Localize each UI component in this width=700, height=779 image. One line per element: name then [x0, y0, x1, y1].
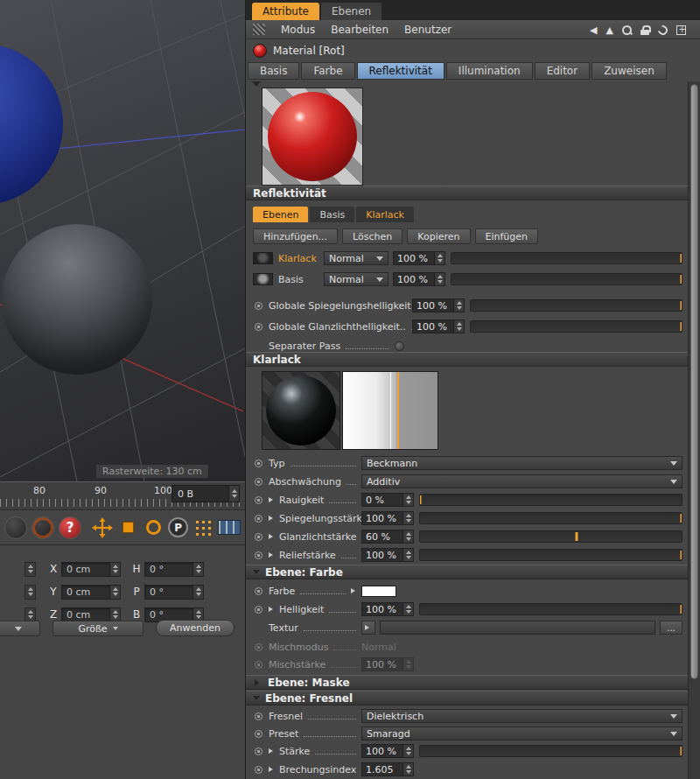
abschwaechung-dropdown[interactable]: Additiv: [361, 474, 682, 488]
blend-mode-dropdown[interactable]: Normal: [324, 251, 388, 265]
stepper-icon[interactable]: [192, 586, 203, 599]
staerke-spinner[interactable]: 100 %: [361, 744, 414, 758]
expand-arrow-icon[interactable]: [269, 607, 276, 612]
layer-strength-spinner[interactable]: 100 %: [393, 272, 445, 286]
tab-attribute[interactable]: Attribute: [252, 3, 319, 20]
points-mode-icon[interactable]: [194, 519, 212, 537]
mode-dropdown[interactable]: [0, 621, 40, 636]
lock-icon[interactable]: [640, 25, 649, 35]
global-specular-spinner[interactable]: 100 %: [412, 298, 465, 312]
stepper-icon[interactable]: [192, 563, 203, 576]
keyframe-circle-icon[interactable]: [255, 460, 262, 467]
stepper-icon[interactable]: [109, 608, 120, 621]
apply-button[interactable]: Anwenden: [156, 620, 234, 636]
expand-arrow-icon[interactable]: [351, 588, 358, 593]
section-header-ebene-maske[interactable]: Ebene: Maske: [246, 675, 700, 690]
layer-name[interactable]: Klarlack: [278, 253, 324, 264]
stepper-icon[interactable]: [24, 607, 36, 622]
y-position-field[interactable]: 0 cm: [61, 585, 121, 600]
add-panel-icon[interactable]: [676, 25, 686, 35]
section-header-ebene-fresnel[interactable]: Ebene: Fresnel: [246, 691, 700, 705]
spiegelungsstaerke-slider[interactable]: [419, 512, 682, 524]
rotate-tool-icon[interactable]: [146, 520, 161, 535]
tab-basis[interactable]: Basis: [248, 62, 299, 80]
frame-stepper[interactable]: [228, 486, 239, 502]
keyframe-circle-icon[interactable]: [255, 730, 262, 738]
glanzlichtstaerke-spinner[interactable]: 60 %: [361, 530, 414, 544]
klarlack-preview[interactable]: [262, 371, 340, 450]
keyframe-circle-icon[interactable]: [255, 712, 262, 720]
global-highlight-spinner[interactable]: 100 %: [412, 319, 465, 333]
glanzlichtstaerke-slider[interactable]: [419, 530, 682, 543]
expand-arrow-icon[interactable]: [269, 748, 276, 754]
reliefstaerke-spinner[interactable]: 100 %: [361, 548, 414, 562]
back-icon[interactable]: ◀: [590, 25, 597, 35]
tab-layer-klarlack[interactable]: Klarlack: [356, 207, 414, 222]
stepper-icon[interactable]: [402, 512, 413, 524]
expand-arrow-icon[interactable]: [269, 552, 276, 558]
viewport-3d[interactable]: Rasterweite: 130 cm: [0, 0, 245, 481]
stepper-icon[interactable]: [109, 563, 120, 576]
z-position-field[interactable]: 0 cm: [61, 607, 121, 622]
parent-tool-icon[interactable]: P: [168, 517, 188, 537]
expand-arrow-icon[interactable]: [269, 497, 276, 502]
keyframe-circle-icon[interactable]: [255, 551, 262, 559]
paste-layer-button[interactable]: Einfügen: [475, 228, 539, 244]
scrollbar-thumb[interactable]: [690, 84, 698, 679]
keyframe-circle-icon[interactable]: [255, 587, 262, 595]
add-layer-button[interactable]: Hinzufügen...: [253, 228, 338, 244]
panel-scrollbar[interactable]: [688, 81, 700, 779]
stepper-icon[interactable]: [402, 549, 413, 561]
spiegelungsstaerke-spinner[interactable]: 100 %: [361, 511, 414, 525]
stepper-icon[interactable]: [453, 320, 464, 333]
keyframe-circle-icon[interactable]: [255, 766, 262, 774]
preview-expander-icon[interactable]: [252, 81, 261, 91]
menu-modus[interactable]: Modus: [281, 24, 315, 36]
keyframe-circle-icon[interactable]: [255, 323, 262, 331]
help-icon[interactable]: ?: [59, 516, 81, 539]
expand-arrow-icon[interactable]: [269, 534, 276, 539]
tab-illumination[interactable]: Illumination: [446, 62, 533, 80]
global-specular-slider[interactable]: [470, 299, 682, 312]
size-dropdown[interactable]: Größe: [52, 621, 144, 636]
material-preview[interactable]: [262, 88, 363, 186]
helligkeit-spinner[interactable]: 100 %: [361, 602, 414, 616]
layer-strength-slider[interactable]: [451, 252, 682, 264]
tab-ebenen[interactable]: Ebenen: [321, 3, 382, 20]
tab-layer-basis[interactable]: Basis: [310, 207, 354, 222]
stepper-icon[interactable]: [402, 530, 413, 543]
keyframe-circle-icon[interactable]: [255, 606, 262, 614]
tab-reflektivitaet[interactable]: Reflektivität: [357, 62, 444, 80]
cursor-icon[interactable]: ▲: [606, 25, 613, 35]
blend-mode-dropdown[interactable]: Normal: [324, 272, 388, 286]
expand-arrow-icon[interactable]: [269, 767, 276, 772]
h-rotation-field[interactable]: 0 °: [144, 562, 204, 577]
preset-dropdown[interactable]: Smaragd: [361, 726, 682, 740]
reflectance-curve-display[interactable]: [342, 371, 438, 450]
search-icon[interactable]: [622, 25, 632, 35]
sync-icon[interactable]: [656, 23, 669, 36]
delete-layer-button[interactable]: Löschen: [342, 228, 402, 244]
timeline-ruler[interactable]: 80 90 100 0 B: [0, 481, 245, 509]
menu-benutzer[interactable]: Benutzer: [404, 24, 452, 36]
tab-editor[interactable]: Editor: [535, 62, 591, 80]
layer-name[interactable]: Basis: [278, 274, 324, 285]
rauigkeit-spinner[interactable]: 0 %: [361, 493, 414, 507]
x-position-field[interactable]: 0 cm: [61, 562, 121, 577]
global-highlight-slider[interactable]: [470, 320, 682, 333]
keyframe-circle-icon[interactable]: [255, 302, 262, 310]
menu-bearbeiten[interactable]: Bearbeiten: [331, 24, 388, 36]
staerke-slider[interactable]: [419, 745, 682, 757]
stepper-icon[interactable]: [434, 252, 444, 264]
tab-zuweisen[interactable]: Zuweisen: [592, 62, 667, 80]
section-header-ebene-farbe[interactable]: Ebene: Farbe: [246, 565, 700, 579]
gray-sphere-object[interactable]: [2, 224, 152, 375]
stepper-icon[interactable]: [402, 494, 413, 506]
keyframe-circle-icon[interactable]: [255, 496, 262, 504]
layer-strength-spinner[interactable]: 100 %: [393, 251, 445, 265]
stepper-icon[interactable]: [434, 273, 444, 285]
reliefstaerke-slider[interactable]: [419, 549, 682, 561]
helligkeit-slider[interactable]: [419, 603, 682, 615]
fresnel-dropdown[interactable]: Dielektrisch: [361, 709, 682, 723]
render-view-icon[interactable]: [4, 516, 27, 539]
